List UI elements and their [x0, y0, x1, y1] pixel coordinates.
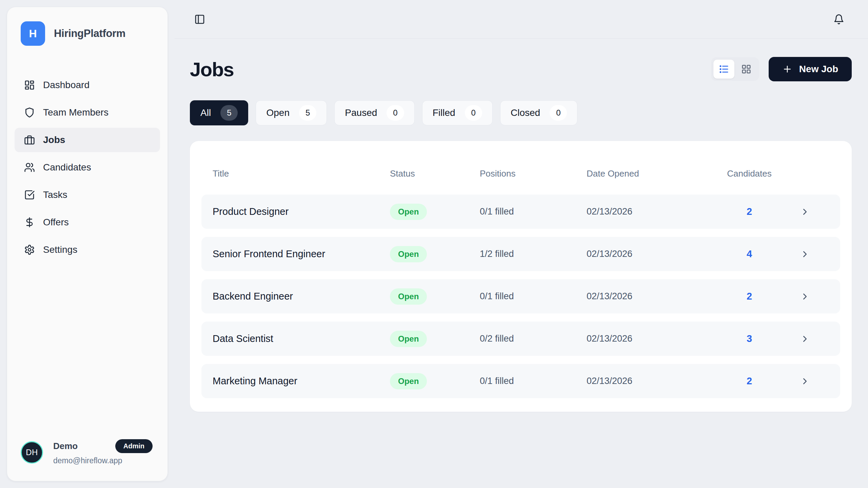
sidebar-item-tasks[interactable]: Tasks: [15, 183, 160, 207]
shield-icon: [24, 107, 35, 118]
candidates-count[interactable]: 2: [722, 206, 776, 217]
chevron-right-icon[interactable]: [800, 334, 829, 344]
grid-view-button[interactable]: [736, 60, 757, 79]
user-name: Demo: [53, 441, 78, 451]
new-job-button[interactable]: New Job: [769, 57, 852, 81]
dashboard-icon: [24, 80, 35, 90]
dollar-icon: [24, 217, 35, 228]
col-status: Status: [390, 168, 480, 179]
filter-open[interactable]: Open 5: [256, 100, 327, 125]
users-icon: [24, 162, 35, 173]
topbar: [175, 0, 868, 39]
app-title: HiringPlatform: [54, 27, 125, 40]
chevron-right-icon[interactable]: [800, 376, 829, 386]
status-badge: Open: [390, 331, 427, 347]
table-row[interactable]: Data Scientist Open 0/2 filled 02/13/202…: [201, 322, 840, 356]
positions-cell: 0/1 filled: [480, 206, 587, 217]
status-badge: Open: [390, 246, 427, 262]
app-root: H HiringPlatform Dashboard Team Members: [0, 0, 868, 488]
date-opened-cell: 02/13/2026: [587, 206, 722, 217]
filter-count: 0: [465, 105, 482, 121]
user-profile[interactable]: DH Demo Admin demo@hireflow.app: [7, 439, 167, 481]
candidates-count[interactable]: 2: [722, 291, 776, 302]
positions-cell: 1/2 filled: [480, 249, 587, 259]
chevron-right-icon[interactable]: [800, 291, 829, 302]
list-view-button[interactable]: [713, 60, 734, 79]
filter-all[interactable]: All 5: [190, 100, 248, 125]
table-row[interactable]: Backend Engineer Open 0/1 filled 02/13/2…: [201, 279, 840, 313]
page-title: Jobs: [190, 58, 234, 81]
job-title: Product Designer: [213, 206, 390, 217]
user-email: demo@hireflow.app: [53, 456, 153, 465]
date-opened-cell: 02/13/2026: [587, 376, 722, 386]
sidebar-item-label: Offers: [43, 217, 69, 228]
filter-count: 5: [299, 105, 316, 121]
filter-count: 0: [550, 105, 567, 121]
avatar: DH: [21, 441, 43, 464]
app-logo: H HiringPlatform: [7, 7, 167, 46]
date-opened-cell: 02/13/2026: [587, 333, 722, 344]
filter-count: 0: [387, 105, 404, 121]
date-opened-cell: 02/13/2026: [587, 249, 722, 259]
table-row[interactable]: Marketing Manager Open 0/1 filled 02/13/…: [201, 364, 840, 398]
list-icon: [719, 64, 729, 74]
filter-filled[interactable]: Filled 0: [422, 100, 493, 125]
app-logo-mark: H: [21, 21, 45, 46]
job-title: Marketing Manager: [213, 375, 390, 387]
role-badge: Admin: [115, 439, 153, 453]
candidates-count[interactable]: 3: [722, 333, 776, 344]
sidebar-item-settings[interactable]: Settings: [15, 238, 160, 262]
chevron-right-icon[interactable]: [800, 249, 829, 259]
col-candidates: Candidates: [722, 168, 776, 179]
table-header: Title Status Positions Date Opened Candi…: [201, 152, 840, 195]
filter-label: All: [200, 107, 211, 118]
sidebar-item-label: Candidates: [43, 162, 91, 173]
sidebar-toggle-icon[interactable]: [194, 14, 205, 25]
job-title: Senior Frontend Engineer: [213, 248, 390, 260]
candidates-count[interactable]: 2: [722, 375, 776, 387]
sidebar-item-label: Tasks: [43, 189, 67, 200]
positions-cell: 0/1 filled: [480, 376, 587, 386]
check-square-icon: [24, 189, 35, 200]
sidebar-item-candidates[interactable]: Candidates: [15, 155, 160, 180]
status-badge: Open: [390, 373, 427, 389]
sidebar-item-label: Settings: [43, 244, 77, 255]
sidebar-item-dashboard[interactable]: Dashboard: [15, 73, 160, 97]
gear-icon: [24, 244, 35, 255]
col-title: Title: [213, 168, 390, 179]
col-date-opened: Date Opened: [587, 168, 722, 179]
positions-cell: 0/2 filled: [480, 333, 587, 344]
grid-icon: [741, 64, 751, 74]
user-info: Demo Admin demo@hireflow.app: [53, 439, 153, 465]
status-badge: Open: [390, 204, 427, 220]
plus-icon: [782, 64, 792, 74]
sidebar-item-offers[interactable]: Offers: [15, 210, 160, 235]
main-area: Jobs: [175, 0, 868, 488]
filter-closed[interactable]: Closed 0: [500, 100, 578, 125]
sidebar-item-label: Dashboard: [43, 80, 90, 90]
sidebar-item-label: Team Members: [43, 107, 108, 118]
filter-label: Closed: [511, 107, 540, 118]
date-opened-cell: 02/13/2026: [587, 291, 722, 302]
candidates-count[interactable]: 4: [722, 248, 776, 260]
filter-paused[interactable]: Paused 0: [334, 100, 414, 125]
positions-cell: 0/1 filled: [480, 291, 587, 302]
chevron-right-icon[interactable]: [800, 207, 829, 217]
job-title: Backend Engineer: [213, 291, 390, 302]
filter-count: 5: [220, 105, 238, 121]
status-badge: Open: [390, 288, 427, 305]
col-positions: Positions: [480, 168, 587, 179]
filter-label: Open: [266, 107, 290, 118]
filter-label: Filled: [433, 107, 455, 118]
sidebar-nav: Dashboard Team Members Jobs Candidates: [7, 73, 167, 262]
sidebar-item-jobs[interactable]: Jobs: [15, 128, 160, 152]
table-row[interactable]: Senior Frontend Engineer Open 1/2 filled…: [201, 237, 840, 271]
filter-label: Paused: [345, 107, 377, 118]
table-row[interactable]: Product Designer Open 0/1 filled 02/13/2…: [201, 195, 840, 229]
sidebar: H HiringPlatform Dashboard Team Members: [7, 7, 168, 481]
job-title: Data Scientist: [213, 333, 390, 344]
sidebar-item-team-members[interactable]: Team Members: [15, 100, 160, 125]
new-job-label: New Job: [799, 64, 838, 75]
bell-icon[interactable]: [833, 14, 844, 25]
briefcase-icon: [24, 135, 35, 145]
